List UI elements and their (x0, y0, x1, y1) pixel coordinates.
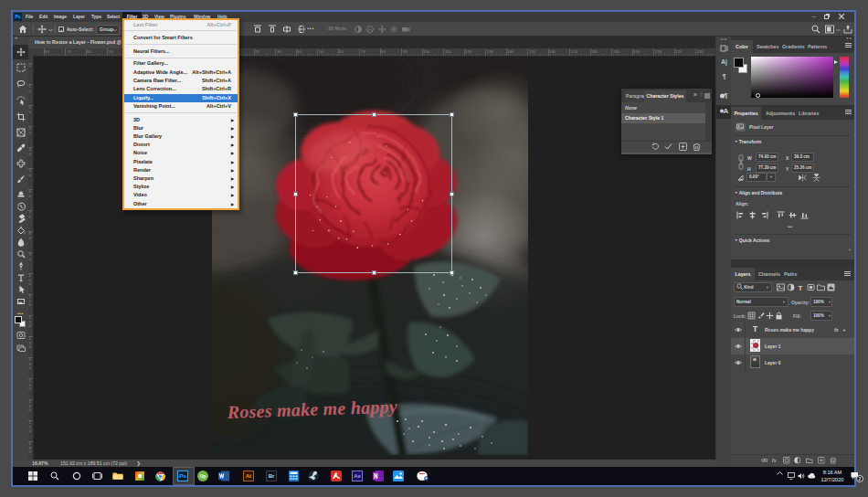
svg-text:T: T (799, 284, 803, 292)
svg-text:A: A (723, 107, 728, 115)
svg-text:fx: fx (772, 458, 778, 463)
svg-text:¶: ¶ (725, 92, 728, 100)
